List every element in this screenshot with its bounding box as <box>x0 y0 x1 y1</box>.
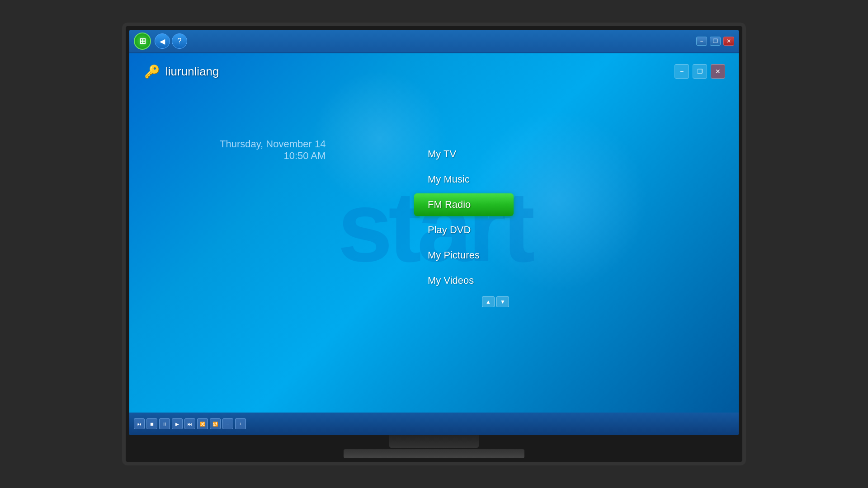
minimize-button[interactable]: − <box>675 64 689 79</box>
key-icon: 🔑 <box>144 64 160 79</box>
top-taskbar: ⊞ ◀ ? − ❐ ✕ <box>129 30 739 53</box>
monitor-base <box>344 449 524 458</box>
datetime-area: Thursday, November 14 10:50 AM <box>220 138 326 162</box>
transport-button-8[interactable]: + <box>235 418 246 429</box>
transport-bar: ⏮⏹⏸▶⏭🔀🔁−+ <box>129 413 739 435</box>
transport-button-5[interactable]: 🔀 <box>197 418 208 429</box>
scroll-arrows: ▲▼ <box>414 296 514 307</box>
menu-item-my-pictures[interactable]: My Pictures <box>414 244 514 267</box>
logo-symbol: ⊞ <box>139 36 146 46</box>
help-icon: ? <box>178 37 182 45</box>
windows-logo[interactable]: ⊞ <box>134 33 151 50</box>
transport-button-6[interactable]: 🔁 <box>210 418 221 429</box>
menu-item-play-dvd[interactable]: Play DVD <box>414 219 514 241</box>
transport-button-0[interactable]: ⏮ <box>134 418 145 429</box>
menu-item-my-tv[interactable]: My TV <box>414 143 514 165</box>
transport-button-3[interactable]: ▶ <box>172 418 183 429</box>
header-area: 🔑 liurunliang − ❐ ✕ <box>129 53 739 89</box>
scroll-down-button[interactable]: ▼ <box>496 296 509 307</box>
help-button[interactable]: ? <box>172 33 187 49</box>
user-icon: 🔑 <box>143 62 161 80</box>
menu-item-fm-radio[interactable]: FM Radio <box>414 193 514 216</box>
window-controls: − ❐ ✕ <box>675 64 725 79</box>
close-button[interactable]: ✕ <box>711 64 725 79</box>
transport-button-7[interactable]: − <box>222 418 233 429</box>
taskbar-close[interactable]: ✕ <box>723 37 734 46</box>
transport-button-1[interactable]: ⏹ <box>146 418 157 429</box>
taskbar-minimize[interactable]: − <box>696 37 707 46</box>
scroll-up-button[interactable]: ▲ <box>482 296 495 307</box>
restore-button[interactable]: ❐ <box>693 64 707 79</box>
transport-button-2[interactable]: ⏸ <box>159 418 170 429</box>
nav-buttons: ◀ ? <box>155 33 187 49</box>
date-display: Thursday, November 14 <box>220 138 326 150</box>
taskbar-controls: − ❐ ✕ <box>696 37 734 46</box>
back-icon: ◀ <box>160 37 165 46</box>
menu-item-my-music[interactable]: My Music <box>414 168 514 191</box>
username: liurunliang <box>165 65 219 79</box>
back-button[interactable]: ◀ <box>155 33 170 49</box>
monitor: start ⊞ ◀ ? − ❐ <box>122 23 746 465</box>
taskbar-restore[interactable]: ❐ <box>710 37 721 46</box>
main-menu: My TVMy MusicFM RadioPlay DVDMy Pictures… <box>414 143 514 307</box>
transport-button-4[interactable]: ⏭ <box>184 418 195 429</box>
menu-item-my-videos[interactable]: My Videos <box>414 269 514 292</box>
monitor-stand <box>389 435 479 448</box>
time-display: 10:50 AM <box>220 150 326 162</box>
screen: start ⊞ ◀ ? − ❐ <box>129 30 739 435</box>
